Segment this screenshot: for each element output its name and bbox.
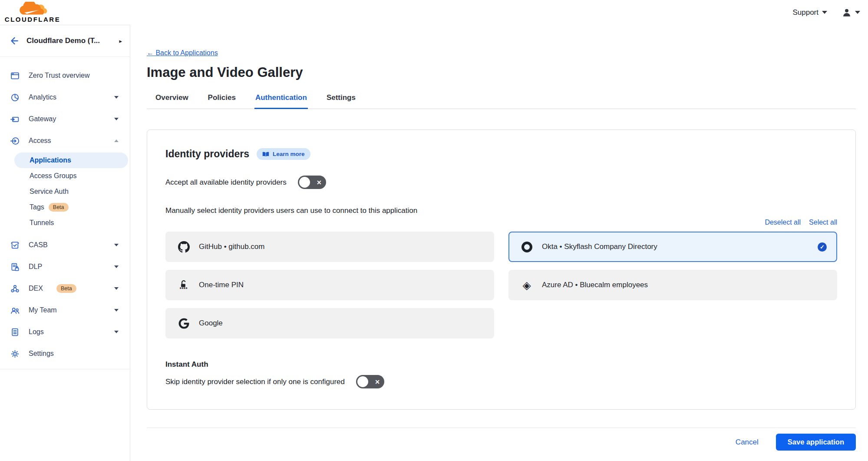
azure-ad-icon: ◈: [521, 280, 533, 291]
cloudflare-logo[interactable]: CLOUDFLARE: [6, 2, 59, 23]
sidebar-item-access-groups[interactable]: Access Groups: [14, 168, 128, 184]
sidebar-item-dex[interactable]: DEX Beta: [0, 278, 130, 299]
tab-settings[interactable]: Settings: [326, 90, 356, 109]
account-menu[interactable]: [842, 8, 860, 17]
user-icon: [842, 8, 851, 17]
provider-card-okta[interactable]: Okta • Skyflash Company Directory ✓: [508, 232, 837, 262]
provider-name: Okta • Skyflash Company Directory: [542, 242, 657, 251]
sidebar-item-analytics[interactable]: Analytics: [0, 86, 130, 108]
chevron-down-icon[interactable]: [114, 96, 119, 99]
sidebar-item-label: Logs: [29, 328, 44, 336]
sidebar: Cloudflare Demo (T... ▸ Zero Trust overv…: [0, 25, 130, 461]
back-to-applications-link[interactable]: ← Back to Applications: [147, 49, 218, 57]
sidebar-item-tunnels[interactable]: Tunnels: [14, 215, 128, 231]
chevron-down-icon[interactable]: [114, 331, 119, 333]
gear-icon: [10, 349, 20, 358]
sidebar-item-label: Access Groups: [30, 172, 76, 180]
beta-badge: Beta: [56, 284, 76, 293]
provider-name: Azure AD • Bluecalm employees: [542, 281, 648, 289]
chevron-down-icon[interactable]: [114, 309, 119, 312]
sidebar-item-label: Access: [29, 137, 51, 145]
chevron-up-icon[interactable]: [114, 139, 119, 142]
network-nodes-icon: [10, 284, 20, 293]
chevron-right-icon[interactable]: ▸: [119, 38, 122, 44]
learn-more-badge[interactable]: Learn more: [257, 148, 310, 160]
toggle-off-x-icon: ✕: [375, 379, 380, 385]
footer-actions: Cancel Save application: [147, 434, 856, 451]
provider-card-azure-ad[interactable]: ◈ Azure AD • Bluecalm employees: [508, 270, 837, 300]
save-application-button[interactable]: Save application: [776, 434, 856, 451]
instant-auth-toggle[interactable]: ✕: [356, 375, 384, 388]
book-icon: [262, 152, 269, 157]
sidebar-item-label: Tags: [30, 203, 44, 211]
accept-all-toggle[interactable]: ✕: [298, 176, 326, 189]
one-time-pin-icon: ****: [178, 279, 190, 291]
support-label: Support: [792, 8, 818, 17]
deselect-all-link[interactable]: Deselect all: [765, 219, 801, 226]
document-lock-icon: [10, 262, 20, 272]
cancel-button[interactable]: Cancel: [736, 438, 759, 447]
footer-divider: [147, 428, 856, 428]
beta-badge: Beta: [49, 203, 69, 212]
toggle-off-x-icon: ✕: [317, 179, 322, 186]
tab-overview[interactable]: Overview: [155, 90, 189, 109]
sidebar-item-access[interactable]: Access: [0, 130, 130, 152]
toggle-knob: [299, 177, 310, 188]
chevron-down-icon: [855, 11, 860, 14]
back-arrow-icon[interactable]: [10, 36, 19, 46]
sidebar-item-my-team[interactable]: My Team: [0, 299, 130, 321]
identity-providers-card: Identity providers Learn more Accept all…: [147, 129, 856, 410]
chevron-down-icon: [822, 11, 827, 14]
provider-grid: GitHub • github.com Okta • Skyflash Comp…: [165, 232, 837, 338]
log-document-icon: [10, 328, 20, 337]
provider-card-google[interactable]: Google: [165, 308, 494, 338]
sidebar-item-label: Tunnels: [30, 219, 54, 227]
chevron-down-icon[interactable]: [114, 265, 119, 268]
sidebar-item-label: Zero Trust overview: [29, 72, 89, 80]
sidebar-item-label: Service Auth: [30, 188, 69, 196]
sidebar-item-dlp[interactable]: DLP: [0, 256, 130, 278]
chevron-down-icon[interactable]: [114, 287, 119, 290]
sidebar-item-label: CASB: [29, 241, 48, 249]
sidebar-item-service-auth[interactable]: Service Auth: [14, 184, 128, 199]
window-icon: [10, 71, 20, 80]
sidebar-item-label: DEX: [29, 285, 43, 292]
sidebar-item-applications[interactable]: Applications: [14, 153, 128, 168]
tab-authentication[interactable]: Authentication: [254, 90, 308, 109]
sidebar-item-label: DLP: [29, 263, 42, 271]
tab-bar: Overview Policies Authentication Setting…: [147, 90, 856, 109]
account-name[interactable]: Cloudflare Demo (T...: [26, 36, 112, 45]
sidebar-item-label: My Team: [29, 306, 57, 314]
sidebar-item-gateway[interactable]: Gateway: [0, 108, 130, 130]
okta-icon: [521, 242, 533, 252]
sidebar-item-settings[interactable]: Settings: [0, 343, 130, 365]
svg-text:****: ****: [180, 286, 188, 291]
sidebar-item-label: Gateway: [29, 115, 56, 123]
sidebar-item-label: Settings: [29, 350, 54, 358]
provider-name: One-time PIN: [199, 281, 244, 289]
sidebar-nav: Zero Trust overview Analytics Gateway: [0, 57, 130, 369]
selected-check-icon: ✓: [818, 242, 827, 252]
support-menu[interactable]: Support: [792, 8, 827, 17]
sidebar-item-zero-trust-overview[interactable]: Zero Trust overview: [0, 65, 130, 86]
main-content: ← Back to Applications Image and Video G…: [130, 25, 868, 461]
casb-box-check-icon: [10, 241, 20, 250]
cloudflare-cloud-icon: [14, 2, 51, 17]
accept-all-label: Accept all available identity providers: [165, 178, 287, 187]
sidebar-item-casb[interactable]: CASB: [0, 234, 130, 256]
provider-card-github[interactable]: GitHub • github.com: [165, 232, 494, 262]
tab-policies[interactable]: Policies: [207, 90, 237, 109]
google-icon: [178, 318, 190, 329]
instant-auth-heading: Instant Auth: [165, 360, 837, 369]
sidebar-divider: [0, 369, 130, 369]
sidebar-item-tags[interactable]: Tags Beta: [14, 199, 128, 215]
provider-card-one-time-pin[interactable]: **** One-time PIN: [165, 270, 494, 300]
chevron-down-icon[interactable]: [114, 118, 119, 120]
sidebar-account-header: Cloudflare Demo (T... ▸: [0, 25, 130, 57]
pie-chart-icon: [10, 93, 20, 102]
provider-name: GitHub • github.com: [199, 242, 264, 251]
chevron-down-icon[interactable]: [114, 244, 119, 246]
people-icon: [10, 306, 20, 315]
select-all-link[interactable]: Select all: [809, 219, 837, 226]
sidebar-item-logs[interactable]: Logs: [0, 321, 130, 343]
